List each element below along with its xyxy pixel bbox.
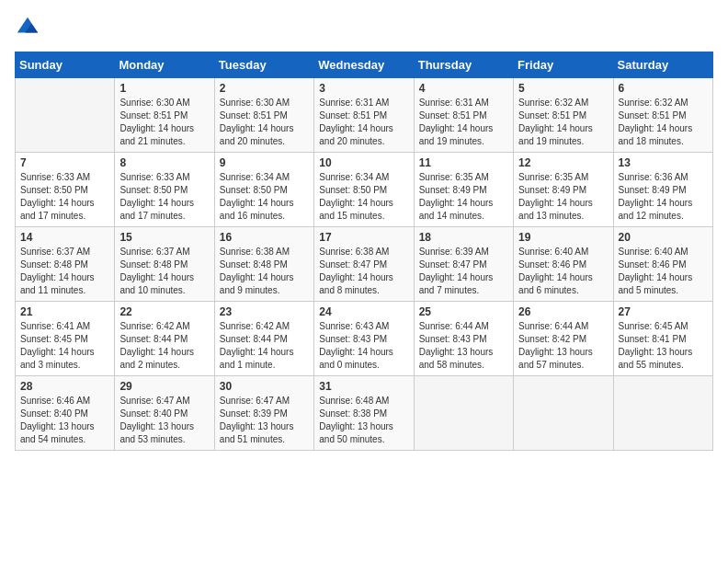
- calendar-cell: 12Sunrise: 6:35 AMSunset: 8:49 PMDayligh…: [514, 153, 613, 227]
- daylight-text: Daylight: 13 hours and 50 minutes.: [319, 421, 393, 444]
- daylight-text: Daylight: 14 hours and 16 minutes.: [220, 198, 294, 221]
- day-info: Sunrise: 6:44 AMSunset: 8:42 PMDaylight:…: [518, 320, 608, 372]
- daylight-text: Daylight: 14 hours and 19 minutes.: [518, 123, 593, 146]
- sunrise-text: Sunrise: 6:37 AM: [20, 247, 90, 257]
- sunset-text: Sunset: 8:47 PM: [419, 259, 487, 270]
- daylight-text: Daylight: 14 hours and 20 minutes.: [319, 123, 393, 146]
- sunrise-text: Sunrise: 6:40 AM: [518, 247, 588, 257]
- calendar-cell: [16, 78, 115, 153]
- daylight-text: Daylight: 13 hours and 58 minutes.: [419, 347, 494, 370]
- day-number: 1: [119, 82, 209, 95]
- daylight-text: Daylight: 14 hours and 15 minutes.: [319, 198, 393, 221]
- logo-icon: [15, 15, 40, 40]
- sunset-text: Sunset: 8:46 PM: [518, 259, 586, 270]
- calendar-week-row: 7Sunrise: 6:33 AMSunset: 8:50 PMDaylight…: [16, 153, 713, 227]
- page-header: [15, 15, 713, 40]
- day-info: Sunrise: 6:33 AMSunset: 8:50 PMDaylight:…: [20, 171, 109, 223]
- calendar-table: SundayMondayTuesdayWednesdayThursdayFrid…: [15, 52, 713, 451]
- sunset-text: Sunset: 8:44 PM: [119, 334, 188, 344]
- sunset-text: Sunset: 8:49 PM: [619, 185, 687, 195]
- weekday-header-thursday: Thursday: [414, 52, 513, 78]
- daylight-text: Daylight: 14 hours and 9 minutes.: [220, 272, 294, 295]
- day-info: Sunrise: 6:35 AMSunset: 8:49 PMDaylight:…: [518, 171, 608, 223]
- daylight-text: Daylight: 14 hours and 8 minutes.: [319, 272, 393, 295]
- sunset-text: Sunset: 8:49 PM: [518, 185, 586, 195]
- day-number: 14: [20, 231, 109, 244]
- day-number: 28: [20, 380, 109, 393]
- calendar-cell: 18Sunrise: 6:39 AMSunset: 8:47 PMDayligh…: [414, 227, 513, 302]
- day-number: 8: [119, 156, 209, 169]
- day-number: 23: [220, 305, 309, 318]
- calendar-week-row: 1Sunrise: 6:30 AMSunset: 8:51 PMDaylight…: [16, 78, 713, 153]
- day-info: Sunrise: 6:42 AMSunset: 8:44 PMDaylight:…: [119, 320, 209, 372]
- day-info: Sunrise: 6:39 AMSunset: 8:47 PMDaylight:…: [419, 246, 508, 297]
- calendar-cell: [414, 376, 513, 451]
- day-number: 24: [319, 305, 408, 318]
- sunrise-text: Sunrise: 6:34 AM: [319, 172, 389, 182]
- sunset-text: Sunset: 8:43 PM: [319, 334, 387, 344]
- daylight-text: Daylight: 13 hours and 54 minutes.: [20, 421, 95, 444]
- sunset-text: Sunset: 8:48 PM: [119, 259, 188, 270]
- calendar-cell: 7Sunrise: 6:33 AMSunset: 8:50 PMDaylight…: [16, 153, 115, 227]
- calendar-cell: 19Sunrise: 6:40 AMSunset: 8:46 PMDayligh…: [514, 227, 613, 302]
- weekday-header-tuesday: Tuesday: [214, 52, 313, 78]
- daylight-text: Daylight: 14 hours and 20 minutes.: [220, 123, 294, 146]
- day-info: Sunrise: 6:45 AMSunset: 8:41 PMDaylight:…: [619, 320, 708, 372]
- day-info: Sunrise: 6:32 AMSunset: 8:51 PMDaylight:…: [619, 97, 708, 148]
- sunset-text: Sunset: 8:40 PM: [119, 408, 188, 419]
- day-number: 5: [518, 82, 608, 95]
- sunrise-text: Sunrise: 6:43 AM: [319, 321, 389, 331]
- day-info: Sunrise: 6:42 AMSunset: 8:44 PMDaylight:…: [220, 320, 309, 372]
- sunrise-text: Sunrise: 6:33 AM: [20, 172, 90, 182]
- sunrise-text: Sunrise: 6:37 AM: [119, 247, 189, 257]
- calendar-cell: 10Sunrise: 6:34 AMSunset: 8:50 PMDayligh…: [314, 153, 414, 227]
- daylight-text: Daylight: 14 hours and 19 minutes.: [419, 123, 494, 146]
- daylight-text: Daylight: 14 hours and 5 minutes.: [619, 272, 693, 295]
- day-info: Sunrise: 6:40 AMSunset: 8:46 PMDaylight:…: [619, 246, 708, 297]
- calendar-cell: 3Sunrise: 6:31 AMSunset: 8:51 PMDaylight…: [314, 78, 414, 153]
- day-number: 30: [220, 380, 309, 393]
- daylight-text: Daylight: 14 hours and 18 minutes.: [619, 123, 693, 146]
- calendar-cell: 24Sunrise: 6:43 AMSunset: 8:43 PMDayligh…: [314, 302, 414, 376]
- sunset-text: Sunset: 8:51 PM: [518, 110, 586, 121]
- calendar-cell: [514, 376, 613, 451]
- daylight-text: Daylight: 14 hours and 17 minutes.: [119, 198, 194, 221]
- sunset-text: Sunset: 8:50 PM: [319, 185, 387, 195]
- calendar-cell: 11Sunrise: 6:35 AMSunset: 8:49 PMDayligh…: [414, 153, 513, 227]
- sunrise-text: Sunrise: 6:34 AM: [220, 172, 290, 182]
- day-number: 3: [319, 82, 408, 95]
- sunrise-text: Sunrise: 6:33 AM: [119, 172, 189, 182]
- sunset-text: Sunset: 8:45 PM: [20, 334, 88, 344]
- weekday-header-sunday: Sunday: [16, 52, 115, 78]
- sunset-text: Sunset: 8:41 PM: [619, 334, 687, 344]
- sunset-text: Sunset: 8:51 PM: [619, 110, 687, 121]
- sunrise-text: Sunrise: 6:32 AM: [619, 98, 688, 108]
- daylight-text: Daylight: 14 hours and 2 minutes.: [119, 347, 194, 370]
- day-info: Sunrise: 6:34 AMSunset: 8:50 PMDaylight:…: [319, 171, 408, 223]
- calendar-cell: 25Sunrise: 6:44 AMSunset: 8:43 PMDayligh…: [414, 302, 513, 376]
- calendar-cell: 1Sunrise: 6:30 AMSunset: 8:51 PMDaylight…: [115, 78, 214, 153]
- daylight-text: Daylight: 14 hours and 3 minutes.: [20, 347, 95, 370]
- sunset-text: Sunset: 8:51 PM: [419, 110, 487, 121]
- day-number: 17: [319, 231, 408, 244]
- day-info: Sunrise: 6:38 AMSunset: 8:48 PMDaylight:…: [220, 246, 309, 297]
- calendar-cell: 29Sunrise: 6:47 AMSunset: 8:40 PMDayligh…: [115, 376, 214, 451]
- day-number: 22: [119, 305, 209, 318]
- calendar-cell: 4Sunrise: 6:31 AMSunset: 8:51 PMDaylight…: [414, 78, 513, 153]
- calendar-cell: 8Sunrise: 6:33 AMSunset: 8:50 PMDaylight…: [115, 153, 214, 227]
- day-info: Sunrise: 6:30 AMSunset: 8:51 PMDaylight:…: [119, 97, 209, 148]
- daylight-text: Daylight: 13 hours and 51 minutes.: [220, 421, 294, 444]
- calendar-cell: 22Sunrise: 6:42 AMSunset: 8:44 PMDayligh…: [115, 302, 214, 376]
- day-number: 6: [619, 82, 708, 95]
- day-info: Sunrise: 6:36 AMSunset: 8:49 PMDaylight:…: [619, 171, 708, 223]
- day-info: Sunrise: 6:43 AMSunset: 8:43 PMDaylight:…: [319, 320, 408, 372]
- calendar-cell: 9Sunrise: 6:34 AMSunset: 8:50 PMDaylight…: [214, 153, 313, 227]
- sunset-text: Sunset: 8:47 PM: [319, 259, 387, 270]
- sunset-text: Sunset: 8:50 PM: [220, 185, 288, 195]
- sunset-text: Sunset: 8:38 PM: [319, 408, 387, 419]
- day-number: 21: [20, 305, 109, 318]
- calendar-cell: 2Sunrise: 6:30 AMSunset: 8:51 PMDaylight…: [214, 78, 313, 153]
- sunrise-text: Sunrise: 6:31 AM: [319, 98, 389, 108]
- calendar-cell: 5Sunrise: 6:32 AMSunset: 8:51 PMDaylight…: [514, 78, 613, 153]
- day-number: 25: [419, 305, 508, 318]
